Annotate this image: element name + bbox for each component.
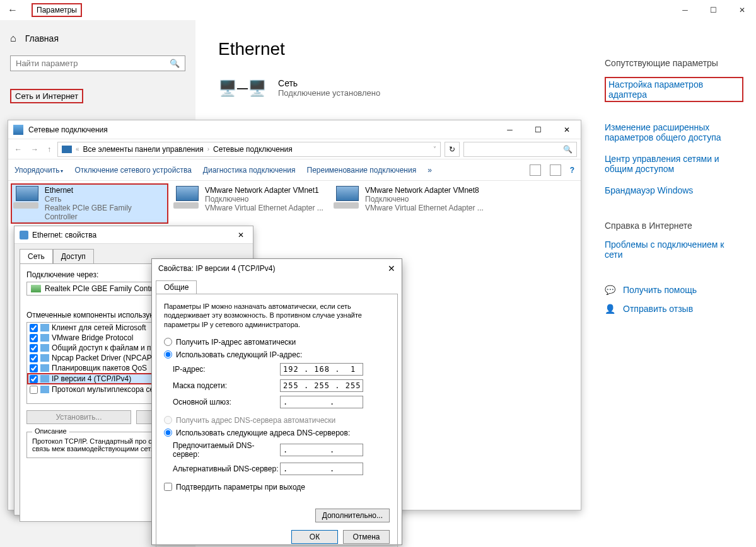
component-checkbox[interactable]: [30, 354, 38, 362]
props-title: Ethernet: свойства: [32, 231, 96, 239]
sidebar-category[interactable]: Сеть и Интернет: [10, 89, 83, 103]
adapter-status: Подключено: [365, 195, 484, 204]
component-checkbox[interactable]: [30, 386, 38, 394]
component-checkbox[interactable]: [30, 334, 38, 342]
component-checkbox[interactable]: [30, 324, 38, 332]
props-close-button[interactable]: ✕: [234, 231, 248, 239]
dns1-input[interactable]: [280, 444, 363, 456]
dns2-input[interactable]: [280, 463, 363, 475]
maximize-button[interactable]: ☐: [699, 0, 728, 20]
component-checkbox[interactable]: [30, 364, 38, 372]
breadcrumb-icon: [62, 146, 72, 153]
close-button[interactable]: ✕: [728, 0, 756, 20]
adapter-item-ethernet[interactable]: Ethernet Сеть Realtek PCIe GBE Family Co…: [11, 183, 168, 224]
mask-label: Маска подсети:: [173, 381, 280, 390]
install-button[interactable]: Установить...: [26, 410, 131, 424]
confirm-on-exit[interactable]: Подтвердить параметры при выходе: [164, 483, 390, 492]
ip-input[interactable]: [280, 363, 363, 376]
ipv4-close-button[interactable]: ✕: [388, 263, 395, 274]
ipv4-title: Свойства: IP версии 4 (TCP/IPv4): [158, 264, 276, 273]
ipv4-body: Параметры IP можно назначать автоматичес…: [156, 294, 398, 547]
adapter-icon: [173, 186, 200, 210]
network-status-row[interactable]: 🖥️─🖥️ Сеть Подключение установлено: [218, 78, 569, 98]
breadcrumb[interactable]: « Все элементы панели управления › Сетев…: [57, 142, 441, 157]
toolbar-diagnose[interactable]: Диагностика подключения: [203, 166, 296, 175]
radio-auto-ip-input[interactable]: [164, 338, 172, 346]
view-options-button[interactable]: [530, 164, 541, 176]
toolbar-organize[interactable]: Упорядочить▾: [15, 166, 63, 175]
link-firewall[interactable]: Брандмауэр Windows: [605, 185, 743, 195]
gateway-input[interactable]: [280, 396, 363, 408]
network-status: Подключение установлено: [278, 88, 380, 98]
feedback-row[interactable]: 👤 Отправить отзыв: [605, 304, 743, 314]
tab-access[interactable]: Доступ: [53, 249, 94, 263]
toolbar-more[interactable]: »: [427, 166, 432, 175]
sidebar-home[interactable]: ⌂ Главная: [10, 33, 185, 44]
nc-window-controls: ─ ☐ ✕: [496, 120, 581, 139]
dns1-label: Предпочитаемый DNS-сервер:: [173, 441, 280, 459]
toolbar-rename[interactable]: Переименование подключения: [307, 166, 417, 175]
ip-fields: IP-адрес: Маска подсети: Основной шлюз:: [173, 363, 390, 408]
radio-manual-dns-input[interactable]: [164, 429, 172, 437]
component-checkbox[interactable]: [30, 375, 38, 383]
adapter-item-vmnet1[interactable]: VMware Network Adapter VMnet1 Подключено…: [171, 183, 329, 224]
nc-search-box[interactable]: 🔍: [463, 142, 577, 157]
back-button[interactable]: ←: [0, 4, 25, 16]
refresh-button[interactable]: ↻: [445, 142, 460, 157]
preview-pane-button[interactable]: [550, 164, 561, 176]
get-help-row[interactable]: 💬 Получить помощь: [605, 285, 743, 295]
nc-maximize-button[interactable]: ☐: [524, 120, 552, 139]
props-window-icon: [20, 231, 28, 239]
adapter-name: Ethernet: [45, 186, 166, 195]
link-sharing-settings[interactable]: Изменение расширенных параметров общего …: [605, 122, 743, 142]
radio-manual-dns[interactable]: Использовать следующие адреса DNS-сервер…: [164, 429, 390, 437]
advanced-button[interactable]: Дополнительно...: [315, 509, 390, 522]
chat-icon: 💬: [605, 285, 615, 295]
link-adapter-settings[interactable]: Настройка параметров адаптера: [605, 77, 743, 102]
feedback-label: Отправить отзыв: [623, 304, 693, 314]
toolbar-disable[interactable]: Отключение сетевого устройства: [74, 166, 191, 175]
tab-network[interactable]: Сеть: [20, 249, 53, 263]
adapter-item-vmnet8[interactable]: VMware Network Adapter VMnet8 Подключено…: [331, 183, 489, 224]
chevron-down-icon[interactable]: ˅: [433, 146, 436, 153]
confirm-checkbox[interactable]: [164, 483, 172, 491]
ok-button[interactable]: ОК: [291, 530, 338, 544]
nav-forward-button[interactable]: →: [28, 145, 41, 154]
radio-auto-ip[interactable]: Получить IP-адрес автоматически: [164, 338, 390, 347]
adapter-icon: [334, 186, 360, 210]
advanced-button-wrap: Дополнительно...: [315, 509, 390, 522]
search-box[interactable]: 🔍: [10, 55, 185, 71]
radio-manual-ip[interactable]: Использовать следующий IP-адрес:: [164, 350, 390, 359]
component-checkbox[interactable]: [30, 344, 38, 352]
nc-minimize-button[interactable]: ─: [496, 120, 524, 139]
nc-window-icon: [13, 125, 23, 135]
radio-manual-ip-input[interactable]: [164, 350, 172, 359]
nc-navbar: ← → ↑ « Все элементы панели управления ›…: [8, 139, 581, 159]
adapter-device: Realtek PCIe GBE Family Controller: [45, 204, 166, 221]
cancel-button[interactable]: Отмена: [343, 530, 390, 544]
search-icon: 🔍: [563, 145, 573, 154]
sidebar-home-label: Главная: [25, 33, 59, 43]
mask-input[interactable]: [280, 379, 363, 392]
window-title: Параметры: [32, 3, 82, 17]
radio-auto-dns[interactable]: Получить адрес DNS-сервера автоматически: [164, 416, 390, 425]
description-legend: Описание: [32, 427, 69, 435]
nc-close-button[interactable]: ✕: [552, 120, 581, 139]
get-help-label: Получить помощь: [623, 285, 697, 295]
window-controls: ─ ☐ ✕: [671, 0, 756, 20]
help-button[interactable]: ?: [570, 166, 574, 175]
ipv4-titlebar: Свойства: IP версии 4 (TCP/IPv4) ✕: [152, 259, 402, 278]
nc-search-input[interactable]: [468, 145, 563, 154]
breadcrumb-root[interactable]: Все элементы панели управления: [83, 145, 204, 154]
props-titlebar: Ethernet: свойства ✕: [15, 226, 253, 244]
search-input[interactable]: [16, 59, 170, 68]
nav-back-button[interactable]: ←: [12, 145, 25, 154]
adapter-device: VMware Virtual Ethernet Adapter ...: [365, 204, 484, 212]
gateway-label: Основной шлюз:: [173, 398, 280, 406]
minimize-button[interactable]: ─: [671, 0, 699, 20]
link-network-center[interactable]: Центр управления сетями и общим доступом: [605, 154, 743, 174]
nav-up-button[interactable]: ↑: [45, 145, 54, 154]
link-connection-problems[interactable]: Проблемы с подключением к сети: [605, 239, 743, 260]
tab-general[interactable]: Общие: [156, 280, 197, 294]
breadcrumb-leaf[interactable]: Сетевые подключения: [213, 145, 293, 154]
